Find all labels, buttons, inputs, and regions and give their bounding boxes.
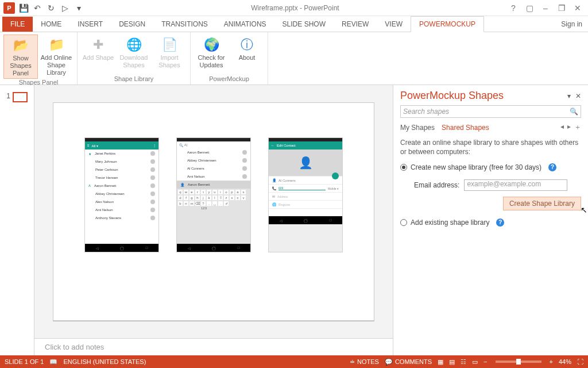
contact-row: Al Conners bbox=[177, 164, 250, 172]
tab-home[interactable]: HOME bbox=[33, 17, 69, 32]
key: t bbox=[201, 190, 206, 194]
key: w bbox=[184, 190, 188, 194]
create-shape-library-button[interactable]: Create Shape Library ↖ bbox=[503, 197, 581, 210]
download-shapes-button: 🌐 Download Shapes bbox=[117, 34, 151, 75]
key: , bbox=[207, 201, 211, 206]
contacts-title: All ▾ bbox=[92, 144, 98, 148]
panel-options-icon[interactable]: ▾ bbox=[567, 92, 571, 100]
show-shapes-panel-label: Show Shapes Panel bbox=[5, 55, 36, 77]
key: ↲ bbox=[224, 201, 229, 206]
qat-slideshow-icon[interactable]: ▷ bbox=[60, 3, 70, 13]
refresh-globe-icon: 🌍 bbox=[202, 36, 220, 54]
prev-tab-icon[interactable]: ◂ bbox=[560, 122, 564, 132]
key: c bbox=[235, 195, 240, 200]
qat-more-icon[interactable]: ▾ bbox=[74, 3, 84, 13]
tab-insert[interactable]: INSERT bbox=[69, 17, 111, 32]
status-notes-button[interactable]: ≐ NOTES bbox=[350, 358, 379, 366]
radio-create-new[interactable]: Create new shape library (free for 30 da… bbox=[400, 163, 556, 171]
check-updates-button[interactable]: 🌍 Check for Updates bbox=[194, 34, 229, 75]
radio-on-icon bbox=[400, 164, 407, 171]
tab-powermockup[interactable]: POWERMOCKUP bbox=[411, 16, 484, 32]
signin-link[interactable]: Sign in bbox=[561, 20, 582, 28]
import-icon: 📄 bbox=[160, 36, 179, 54]
search-shapes-input[interactable]: Search shapes 🔍 bbox=[400, 105, 581, 118]
tab-shared-shapes[interactable]: Shared Shapes bbox=[442, 124, 489, 132]
key: e bbox=[189, 190, 194, 194]
tab-slideshow[interactable]: SLIDE SHOW bbox=[274, 17, 334, 32]
fit-to-window-icon[interactable]: ⛶ bbox=[577, 358, 583, 365]
ribbon-display-icon[interactable]: ▢ bbox=[523, 3, 536, 13]
add-tab-icon[interactable]: ＋ bbox=[574, 122, 581, 132]
info-icon: ⓘ bbox=[238, 36, 256, 54]
key: q bbox=[178, 190, 183, 194]
key: k bbox=[207, 195, 211, 200]
radio-add-existing[interactable]: Add existing shape library ? bbox=[400, 218, 504, 227]
close-icon[interactable]: ✕ bbox=[571, 3, 585, 13]
add-online-library-button[interactable]: 📁 Add Online Shape Library bbox=[39, 34, 74, 79]
mockup-contacts-list: ≡All ▾⠇ ★Janet PerkinsMary JohnsonPeter … bbox=[84, 137, 159, 252]
search-icon[interactable]: 🔍 bbox=[570, 108, 578, 116]
status-language[interactable]: ENGLISH (UNITED STATES) bbox=[63, 358, 146, 365]
key: f bbox=[184, 195, 188, 200]
contact-row: Abbey Christensen bbox=[177, 156, 250, 164]
help-icon[interactable]: ? bbox=[506, 3, 520, 13]
contact-row: Peter Carlsson bbox=[85, 166, 158, 174]
contact-row: Ami Nelson bbox=[177, 172, 250, 181]
mockup-edit-contact: ←Edit Contact 👤 👤Al Conners 📞609Mobile ▾… bbox=[268, 137, 343, 252]
tab-view[interactable]: VIEW bbox=[377, 17, 411, 32]
next-tab-icon[interactable]: ▸ bbox=[567, 122, 571, 132]
zoom-in-icon[interactable]: + bbox=[550, 358, 553, 365]
key: m bbox=[189, 201, 194, 206]
thumb-number: 1 bbox=[6, 92, 10, 100]
qat-undo-icon[interactable]: ↶ bbox=[32, 3, 42, 13]
add-online-label: Add Online Shape Library bbox=[40, 54, 72, 76]
key: j bbox=[201, 195, 206, 200]
tab-animations[interactable]: ANIMATIONS bbox=[216, 17, 274, 32]
slide-canvas[interactable]: ≡All ▾⠇ ★Janet PerkinsMary JohnsonPeter … bbox=[34, 85, 393, 338]
key: x bbox=[230, 195, 234, 200]
tab-design[interactable]: DESIGN bbox=[111, 17, 153, 32]
key: ␣ bbox=[212, 201, 217, 206]
powermockup-shapes-panel: PowerMockup Shapes ▾ ✕ Search shapes 🔍 M… bbox=[393, 85, 588, 355]
search-placeholder: Search shapes bbox=[403, 108, 449, 116]
view-sorter-icon[interactable]: ▤ bbox=[449, 358, 455, 366]
key: d bbox=[178, 195, 183, 200]
panel-title: PowerMockup Shapes bbox=[400, 90, 504, 102]
status-slide-count: SLIDE 1 OF 1 bbox=[5, 358, 44, 365]
zoom-level[interactable]: 44% bbox=[559, 358, 571, 365]
view-normal-icon[interactable]: ▦ bbox=[438, 358, 443, 366]
about-button[interactable]: ⓘ About bbox=[230, 34, 264, 75]
notes-pane[interactable]: Click to add notes bbox=[34, 338, 393, 355]
key: a bbox=[235, 190, 240, 194]
mockup-search-keyboard: 🔍 A| Aaron BennettAbbey ChristensenAl Co… bbox=[176, 137, 251, 252]
thumb-slide-1[interactable] bbox=[13, 92, 28, 102]
key: n bbox=[184, 201, 188, 206]
qat-save-icon[interactable]: 💾 bbox=[18, 3, 29, 13]
tab-my-shapes[interactable]: My Shapes bbox=[400, 124, 435, 132]
restore-icon[interactable]: ❐ bbox=[555, 3, 568, 13]
ribbon-group-shape-library: Shape Library bbox=[114, 75, 154, 83]
folder-plus-icon: 📁 bbox=[47, 36, 65, 54]
show-shapes-panel-button[interactable]: 📂 Show Shapes Panel bbox=[3, 34, 38, 79]
plus-icon: ✚ bbox=[89, 36, 107, 54]
view-slideshow-icon[interactable]: ▭ bbox=[472, 358, 478, 366]
contact-row: Alex Nelson bbox=[85, 198, 158, 206]
window-title: Wireframe.pptx - PowerPoint bbox=[87, 4, 503, 12]
zoom-out-icon[interactable]: − bbox=[483, 358, 487, 365]
email-input[interactable]: example@example.com bbox=[464, 179, 567, 191]
tab-transitions[interactable]: TRANSITIONS bbox=[153, 17, 216, 32]
view-reading-icon[interactable]: ☷ bbox=[461, 358, 466, 366]
panel-close-icon[interactable]: ✕ bbox=[575, 92, 581, 100]
status-spellcheck-icon[interactable]: 📖 bbox=[49, 358, 57, 366]
minimize-icon[interactable]: – bbox=[539, 3, 552, 13]
key: . bbox=[218, 201, 223, 206]
help-create-icon[interactable]: ? bbox=[548, 163, 556, 171]
help-add-icon[interactable]: ? bbox=[496, 218, 504, 227]
qat-redo-icon[interactable]: ↻ bbox=[46, 3, 56, 13]
ribbon-group-powermockup: PowerMockup bbox=[209, 75, 249, 83]
key: s bbox=[241, 190, 246, 194]
tab-file[interactable]: FILE bbox=[2, 17, 33, 32]
tab-review[interactable]: REVIEW bbox=[334, 17, 377, 32]
zoom-slider[interactable] bbox=[496, 361, 541, 363]
status-comments-button[interactable]: 💬 COMMENTS bbox=[385, 358, 432, 366]
